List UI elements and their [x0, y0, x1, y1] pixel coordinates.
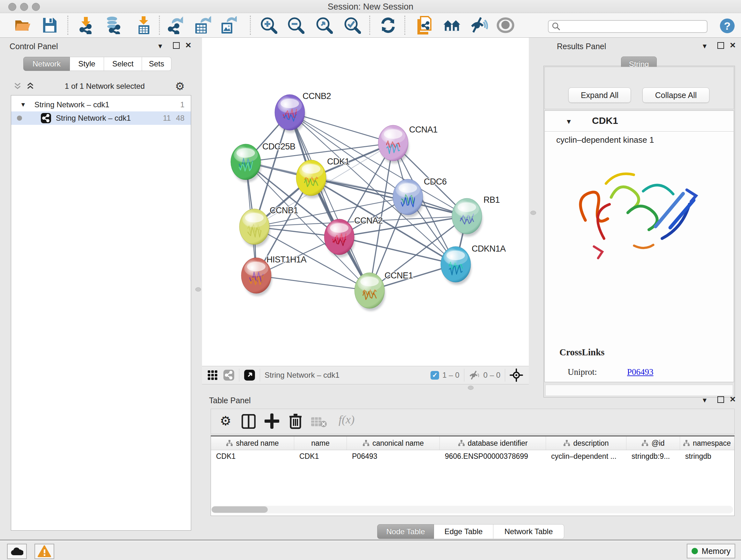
export-network-button[interactable]: [167, 16, 185, 34]
network-canvas[interactable]: CCNB2CCNA1CDC25BCDK1CDC6RB1CCNB1CCNA2CDK…: [202, 38, 529, 366]
panel-float-icon[interactable]: [718, 396, 724, 404]
protein-name: CDK1: [592, 115, 618, 126]
export-image-button[interactable]: [219, 16, 238, 34]
cell-namespace: stringdb: [680, 452, 734, 461]
open-session-button[interactable]: [14, 16, 32, 34]
column-header[interactable]: namespace: [680, 436, 734, 450]
delete-column-trash-icon[interactable]: [289, 413, 302, 429]
collection-expander-icon[interactable]: ▼: [20, 101, 26, 108]
column-header[interactable]: canonical name: [347, 436, 440, 450]
table-horizontal-scrollbar[interactable]: [212, 506, 733, 513]
table-row[interactable]: CDK1 CDK1 P06493 9606.ENSP00000378699 cy…: [211, 450, 734, 462]
table-panel-title: Table Panel: [209, 396, 251, 405]
vertical-splitter-handle[interactable]: [195, 287, 201, 292]
expand-all-button[interactable]: Expand All: [568, 87, 631, 103]
main-toolbar: ?: [0, 13, 741, 38]
memory-label: Memory: [702, 547, 731, 556]
panel-close-icon[interactable]: ✕: [730, 42, 736, 49]
import-database-icon: [105, 16, 122, 34]
birds-eye-view-icon[interactable]: [510, 368, 523, 382]
show-columns-icon[interactable]: [242, 414, 256, 429]
column-header[interactable]: @id: [626, 436, 680, 450]
search-field[interactable]: [548, 20, 708, 33]
home-button[interactable]: [443, 16, 461, 34]
table-settings-gear-icon[interactable]: ⚙: [220, 414, 231, 428]
zoom-selected-icon: [344, 17, 361, 34]
network-node-CCNE1[interactable]: [354, 273, 385, 311]
refresh-button[interactable]: [379, 16, 397, 34]
network-node-RB1[interactable]: [452, 198, 482, 237]
tab-style[interactable]: Style: [70, 57, 104, 71]
column-type-icon: [362, 440, 369, 447]
help-button[interactable]: ?: [720, 18, 735, 33]
export-table-button[interactable]: [194, 16, 212, 34]
save-session-button[interactable]: [41, 16, 59, 34]
cell-database-identifier: 9606.ENSP00000378699: [440, 452, 546, 461]
tab-network-table[interactable]: Network Table: [493, 524, 564, 539]
search-input[interactable]: [561, 22, 696, 31]
panel-menu-icon[interactable]: ▾: [158, 42, 162, 50]
zoom-selected-button[interactable]: [343, 16, 361, 34]
panel-float-icon[interactable]: [718, 42, 724, 50]
protein-result-card: ▼ CDK1 cyclin–dependent kinase 1 CrossLi…: [544, 111, 734, 382]
column-header[interactable]: description: [546, 436, 626, 450]
network-node-CDKN1A[interactable]: [441, 246, 471, 285]
hide-panels-button[interactable]: [470, 16, 488, 34]
panel-menu-icon[interactable]: ▾: [703, 42, 706, 50]
network-edge[interactable]: [339, 237, 456, 264]
network-node-CCNB1[interactable]: [239, 209, 270, 247]
import-table-icon: [137, 16, 151, 34]
protein-expander-icon[interactable]: ▼: [565, 118, 572, 125]
panel-menu-icon[interactable]: ▾: [703, 396, 706, 404]
selected-checkbox-icon[interactable]: ✓: [430, 371, 439, 380]
network-row[interactable]: String Network – cdk1 11 48: [11, 111, 191, 125]
network-selection-status: 1 of 1 Network selected: [35, 82, 175, 91]
column-header[interactable]: database identifier: [440, 436, 546, 450]
import-network-database-button[interactable]: [104, 16, 122, 34]
network-options-gear-icon[interactable]: ⚙: [175, 80, 185, 92]
scrollbar-thumb[interactable]: [212, 506, 268, 513]
network-share-icon[interactable]: [223, 369, 234, 381]
panel-float-icon[interactable]: [173, 42, 180, 50]
zoom-fit-button[interactable]: [315, 16, 333, 34]
export-network-icon: [168, 16, 185, 34]
create-column-plus-icon[interactable]: [265, 414, 279, 429]
import-network-file-button[interactable]: [77, 16, 95, 34]
memory-button[interactable]: Memory: [687, 544, 735, 558]
network-node-CCNA1[interactable]: [378, 125, 409, 164]
show-panels-button[interactable]: [496, 16, 515, 34]
tab-node-table[interactable]: Node Table: [377, 524, 434, 539]
column-header[interactable]: shared name: [211, 436, 294, 450]
cloud-button[interactable]: [7, 544, 27, 559]
tab-select[interactable]: Select: [104, 57, 142, 71]
column-header[interactable]: name: [294, 436, 347, 450]
vertical-splitter-handle[interactable]: [530, 211, 536, 215]
network-collection-row[interactable]: ▼ String Network – cdk1 1: [11, 98, 191, 111]
network-edge[interactable]: [256, 275, 369, 291]
zoom-in-button[interactable]: [260, 16, 278, 34]
warnings-button[interactable]: [35, 544, 54, 559]
clone-network-button[interactable]: [415, 16, 433, 34]
collapse-all-button[interactable]: Collapse All: [643, 87, 710, 103]
tab-network[interactable]: Network: [23, 57, 70, 71]
network-node-CDC6[interactable]: [393, 179, 423, 217]
network-node-label: CCNB2: [302, 91, 331, 101]
detach-view-icon[interactable]: [244, 369, 255, 381]
horizontal-splitter-handle[interactable]: [468, 386, 474, 390]
network-node-CCNA2[interactable]: [324, 219, 355, 257]
uniprot-link[interactable]: P06493: [627, 367, 654, 377]
network-node-CCNB2[interactable]: [275, 95, 306, 133]
results-horizontal-scrollbar[interactable]: [545, 385, 733, 396]
grid-view-icon[interactable]: [207, 370, 218, 381]
network-node-CDC25B[interactable]: [231, 144, 261, 182]
collapse-all-icon[interactable]: [13, 82, 22, 90]
expand-all-icon[interactable]: [26, 82, 35, 90]
network-node-CDK1[interactable]: [296, 160, 327, 198]
zoom-out-button[interactable]: [287, 16, 305, 34]
toolbar-separator: [404, 16, 405, 35]
panel-close-icon[interactable]: ✕: [730, 395, 736, 403]
tab-edge-table[interactable]: Edge Table: [434, 524, 493, 539]
tab-sets[interactable]: Sets: [142, 57, 172, 71]
panel-close-icon[interactable]: ✕: [185, 42, 192, 49]
import-table-file-button[interactable]: [135, 16, 152, 34]
